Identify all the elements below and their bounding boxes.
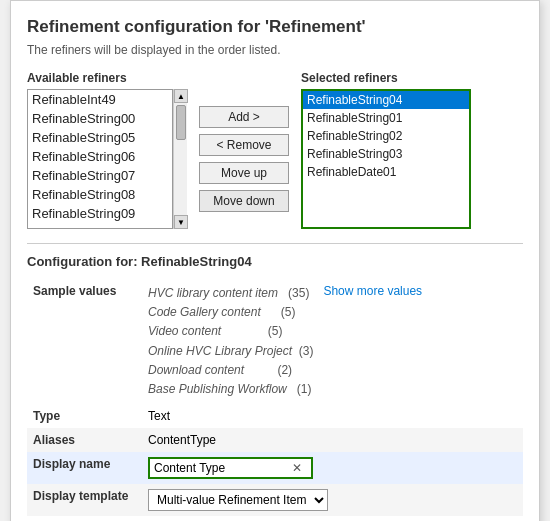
move-down-button[interactable]: Move down — [199, 190, 289, 212]
available-refiners-listbox[interactable]: RefinableInt49 RefinableString00 Refinab… — [27, 89, 173, 229]
remove-button[interactable]: < Remove — [199, 134, 289, 156]
sample-values-row: Sample values HVC library content item (… — [27, 279, 523, 404]
sort-by-row: Sort by Count — [27, 516, 523, 521]
aliases-row: Aliases ContentType — [27, 428, 523, 452]
panel-subtitle: The refiners will be displayed in the or… — [27, 43, 523, 57]
refiners-section: Available refiners RefinableInt49 Refina… — [27, 71, 523, 229]
display-name-input-wrapper: ✕ — [148, 457, 313, 479]
display-name-label: Display name — [27, 452, 142, 484]
sample-data: HVC library content item (35) Code Galle… — [148, 284, 313, 399]
selected-refiners-listbox[interactable]: RefinableString04 RefinableString01 Refi… — [301, 89, 471, 229]
panel-title: Refinement configuration for 'Refinement… — [27, 17, 523, 37]
list-item[interactable]: RefinableDate01 — [303, 163, 469, 181]
scroll-up-arrow[interactable]: ▲ — [174, 89, 188, 103]
aliases-label: Aliases — [27, 428, 142, 452]
action-buttons-col: Add > < Remove Move up Move down — [187, 89, 301, 229]
scroll-down-arrow[interactable]: ▼ — [174, 215, 188, 229]
list-item[interactable]: RefinableString02 — [303, 127, 469, 145]
sample-item: Base Publishing Workflow (1) — [148, 380, 313, 399]
sample-item: Download content (2) — [148, 361, 313, 380]
sample-list: HVC library content item (35) Code Galle… — [148, 284, 313, 399]
list-item[interactable]: RefinableString04 — [303, 91, 469, 109]
list-item[interactable]: RefinableString00 — [28, 109, 172, 128]
display-name-cell: ✕ — [142, 452, 523, 484]
type-value: Text — [142, 404, 523, 428]
available-refiners-container: RefinableInt49 RefinableString00 Refinab… — [27, 89, 187, 229]
sample-outer: HVC library content item (35) Code Galle… — [148, 284, 517, 399]
move-up-button[interactable]: Move up — [199, 162, 289, 184]
display-name-row: Display name ✕ — [27, 452, 523, 484]
config-title: Configuration for: RefinableString04 — [27, 254, 523, 269]
display-template-row: Display template Multi-value Refinement … — [27, 484, 523, 516]
list-item[interactable]: RefinableString10 — [28, 223, 172, 229]
available-refiners-col: Available refiners RefinableInt49 Refina… — [27, 71, 187, 229]
list-item[interactable]: RefinableString01 — [303, 109, 469, 127]
sample-item: Online HVC Library Project (3) — [148, 342, 313, 361]
list-item[interactable]: RefinableInt49 — [28, 90, 172, 109]
sample-item: Video content (5) — [148, 322, 313, 341]
selected-refiners-label: Selected refiners — [301, 71, 471, 85]
type-label: Type — [27, 404, 142, 428]
config-table: Sample values HVC library content item (… — [27, 279, 523, 521]
sample-item: HVC library content item (35) — [148, 284, 313, 303]
scroll-thumb-track — [174, 103, 187, 215]
sort-by-label: Sort by — [27, 516, 142, 521]
list-item[interactable]: RefinableString07 — [28, 166, 172, 185]
add-button[interactable]: Add > — [199, 106, 289, 128]
clear-display-name-button[interactable]: ✕ — [290, 461, 304, 475]
available-refiners-label: Available refiners — [27, 71, 187, 85]
sample-item: Code Gallery content (5) — [148, 303, 313, 322]
list-item[interactable]: RefinableString08 — [28, 185, 172, 204]
list-item[interactable]: RefinableString09 — [28, 204, 172, 223]
refinement-config-panel: Refinement configuration for 'Refinement… — [10, 0, 540, 521]
display-name-input[interactable] — [150, 459, 290, 477]
sample-values-cell: HVC library content item (35) Code Galle… — [142, 279, 523, 404]
scroll-thumb[interactable] — [176, 105, 186, 140]
sample-values-label: Sample values — [27, 279, 142, 404]
show-more-link[interactable]: Show more values — [323, 284, 422, 298]
list-item[interactable]: RefinableString05 — [28, 128, 172, 147]
display-template-cell: Multi-value Refinement Item — [142, 484, 523, 516]
list-item[interactable]: RefinableString06 — [28, 147, 172, 166]
aliases-value: ContentType — [142, 428, 523, 452]
display-template-select[interactable]: Multi-value Refinement Item — [148, 489, 328, 511]
type-row: Type Text — [27, 404, 523, 428]
listbox-scrollbar[interactable]: ▲ ▼ — [173, 89, 187, 229]
config-section: Configuration for: RefinableString04 Sam… — [27, 243, 523, 521]
list-item[interactable]: RefinableString03 — [303, 145, 469, 163]
display-template-label: Display template — [27, 484, 142, 516]
selected-refiners-col: Selected refiners RefinableString04 Refi… — [301, 71, 471, 229]
sort-by-cell: Count — [142, 516, 523, 521]
